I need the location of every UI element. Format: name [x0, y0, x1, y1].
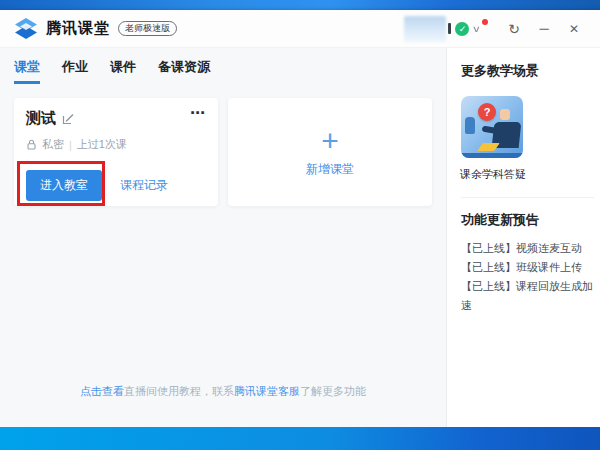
paper-illustration: [477, 143, 500, 151]
desktop-wallpaper-top: [0, 0, 600, 10]
app-title: 腾讯课堂: [46, 19, 110, 38]
minimize-button[interactable]: ─: [532, 21, 556, 36]
sidebar: 更多教学场景 ? 课余学科答疑 功能更新预告 【已上线】视频连麦互动 【已上线】…: [446, 48, 600, 427]
edition-badge: 老师极速版: [118, 21, 177, 36]
username-fragment: [448, 23, 451, 34]
tab-classroom[interactable]: 课堂: [14, 58, 40, 84]
plus-icon: +: [321, 127, 339, 155]
edit-icon[interactable]: [62, 113, 74, 125]
help-tip: 点击查看直播间使用教程，联系腾讯课堂客服了解更多功能: [0, 384, 446, 399]
chevron-down-icon[interactable]: ∨: [472, 24, 481, 34]
lock-icon: [26, 139, 37, 150]
refresh-button[interactable]: ↻: [502, 21, 526, 37]
view-tutorial-link[interactable]: 点击查看: [80, 385, 124, 397]
tab-bar: 课堂 作业 课件 备课资源: [0, 48, 446, 92]
tab-prep-resources[interactable]: 备课资源: [158, 58, 210, 84]
blurred-username: [404, 16, 446, 42]
updates-heading: 功能更新预告: [461, 211, 594, 229]
course-records-link[interactable]: 课程记录: [120, 177, 168, 194]
person-head-illustration: [500, 109, 510, 120]
new-classroom-card[interactable]: + 新增课堂: [228, 98, 432, 206]
meta-separator: |: [69, 139, 72, 151]
notification-dot: [482, 19, 488, 25]
tab-courseware[interactable]: 课件: [110, 58, 136, 84]
desk-illustration: [461, 153, 523, 158]
enter-classroom-button[interactable]: 进入教室: [26, 170, 102, 201]
classroom-title: 测试: [26, 109, 56, 128]
close-button[interactable]: ✕: [562, 22, 586, 36]
classroom-meta: 私密 | 上过1次课: [26, 137, 206, 152]
app-window: 腾讯课堂 老师极速版 ✓ ∨ ↻ ─ ✕ 课堂 作业 课件 备课资源: [0, 10, 600, 427]
update-item: 【已上线】视频连麦互动: [461, 239, 594, 258]
new-classroom-label: 新增课堂: [306, 161, 354, 178]
customer-service-link[interactable]: 腾讯课堂客服: [234, 385, 300, 397]
question-badge-icon: ?: [478, 103, 496, 121]
scene-tile-qa[interactable]: ?: [461, 96, 523, 158]
main-area: 课堂 作业 课件 备课资源 测试: [0, 48, 446, 427]
privacy-label: 私密: [42, 137, 64, 152]
lesson-count: 上过1次课: [77, 137, 127, 152]
classroom-card: 测试 ⋯ 私密: [14, 98, 218, 206]
desktop-taskbar-strip: [0, 427, 600, 450]
scenes-heading: 更多教学场景: [461, 62, 594, 80]
update-item: 【已上线】班级课件上传: [461, 258, 594, 277]
tab-homework[interactable]: 作业: [62, 58, 88, 84]
verified-check-icon: ✓: [455, 22, 469, 36]
plant-illustration: [465, 117, 475, 134]
scene-tile-caption: 课余学科答疑: [458, 167, 528, 182]
tip-text: 直播间使用教程，联系: [124, 385, 234, 397]
sidebar-divider: [461, 197, 594, 198]
app-logo-icon: [14, 17, 38, 41]
tip-text-tail: 了解更多功能: [300, 385, 366, 397]
update-item: 【已上线】课程回放生成加速: [461, 277, 594, 315]
more-options-button[interactable]: ⋯: [190, 104, 206, 122]
titlebar: 腾讯课堂 老师极速版 ✓ ∨ ↻ ─ ✕: [0, 10, 600, 48]
